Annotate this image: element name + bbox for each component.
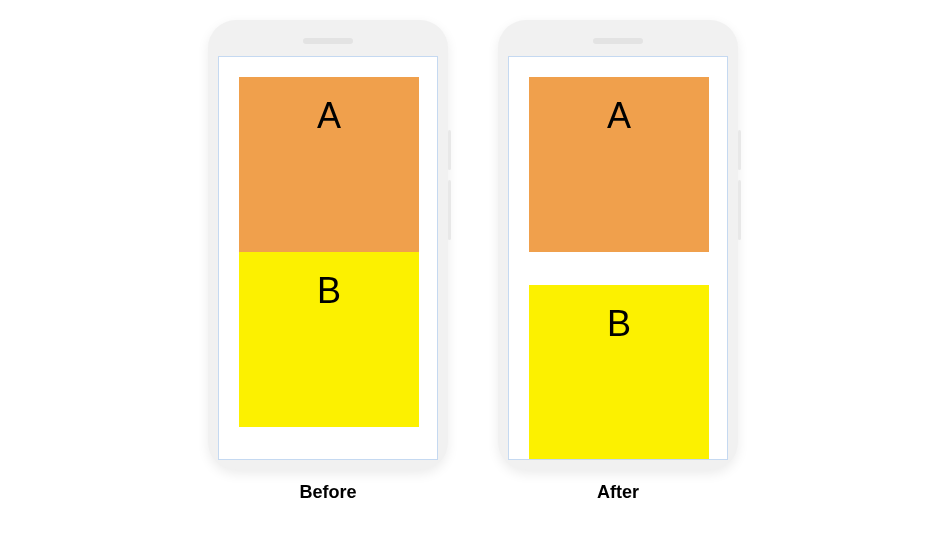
phone-screen-before: A B bbox=[218, 56, 438, 460]
phone-frame-before: A B bbox=[208, 20, 448, 470]
phone-side-button bbox=[448, 180, 451, 240]
box-a-after: A bbox=[529, 77, 709, 252]
comparison-diagram: A B Before A B bbox=[208, 20, 738, 503]
phone-speaker bbox=[303, 38, 353, 44]
caption-after: After bbox=[597, 482, 639, 503]
box-b-before: B bbox=[239, 252, 419, 427]
box-a-label: A bbox=[607, 95, 631, 137]
phone-frame-after: A B bbox=[498, 20, 738, 470]
phone-side-button bbox=[448, 130, 451, 170]
screen-content-after: A B bbox=[509, 57, 727, 459]
box-a-before: A bbox=[239, 77, 419, 252]
box-a-label: A bbox=[317, 95, 341, 137]
box-b-label: B bbox=[607, 303, 631, 345]
after-column: A B After bbox=[498, 20, 738, 503]
screen-content-before: A B bbox=[219, 57, 437, 459]
phone-screen-after: A B bbox=[508, 56, 728, 460]
phone-speaker bbox=[593, 38, 643, 44]
phone-side-button bbox=[738, 180, 741, 240]
box-b-label: B bbox=[317, 270, 341, 312]
caption-before: Before bbox=[299, 482, 356, 503]
phone-side-button bbox=[738, 130, 741, 170]
before-column: A B Before bbox=[208, 20, 448, 503]
box-b-after: B bbox=[529, 285, 709, 460]
